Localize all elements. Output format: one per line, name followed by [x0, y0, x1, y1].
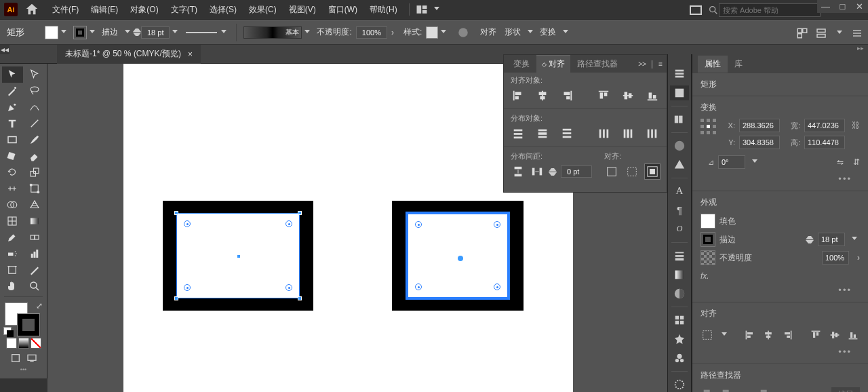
brush-preview[interactable]: 基本 [243, 26, 302, 39]
align-to-key-icon[interactable] [625, 164, 639, 179]
spacing-value[interactable]: 0 pt [561, 165, 592, 178]
menu-type[interactable]: 文字(T) [165, 0, 203, 20]
x-input[interactable] [739, 119, 780, 132]
hdist-right-icon[interactable] [645, 126, 660, 141]
expand-button[interactable]: 扩展 [831, 387, 860, 393]
vdist-top-icon[interactable] [511, 126, 526, 141]
dock-layers-icon[interactable] [670, 85, 689, 100]
corner-widget[interactable] [184, 220, 191, 227]
stroke-popup[interactable] [125, 30, 130, 35]
shape-builder-tool[interactable] [2, 197, 23, 213]
align-top-icon[interactable] [596, 88, 611, 103]
corner-widget[interactable] [285, 220, 292, 227]
line-tool[interactable] [24, 115, 45, 132]
menu-effect[interactable]: 效果(C) [243, 0, 283, 20]
spacing-stepper[interactable] [549, 165, 557, 178]
stroke-stepper[interactable] [806, 233, 814, 246]
hdist-center-icon[interactable] [620, 126, 635, 141]
mini-align-hcenter[interactable] [762, 328, 775, 342]
menu-select[interactable]: 选择(S) [203, 0, 243, 20]
opacity-popup[interactable]: › [857, 253, 860, 262]
left-dock-collapse[interactable]: ◂◂ [0, 45, 9, 54]
stroke-swatch[interactable] [73, 26, 87, 39]
appearance-more[interactable]: ••• [701, 283, 860, 296]
dock-para-icon[interactable]: ¶ [670, 203, 689, 218]
home-icon[interactable] [24, 2, 39, 17]
ctrl-shape-dd[interactable] [528, 30, 533, 35]
pf-exclude-icon[interactable] [757, 387, 772, 392]
tab-transform[interactable]: 变换 [508, 56, 535, 73]
corner-widget[interactable] [494, 221, 500, 228]
stroke-dropdown[interactable] [90, 30, 95, 35]
mesh-tool[interactable] [2, 213, 23, 229]
color-mode-none[interactable] [31, 338, 41, 349]
dock-transparency-icon[interactable] [670, 286, 689, 301]
tab-pathfinder[interactable]: 路径查找器 [572, 56, 623, 73]
recolor-icon[interactable] [457, 26, 469, 39]
dock-graphic-styles-icon[interactable] [670, 332, 689, 347]
arrange-dropdown[interactable] [434, 7, 439, 12]
menu-edit[interactable]: 编辑(E) [85, 0, 124, 20]
width-tool[interactable] [2, 180, 23, 197]
free-transform-tool[interactable] [24, 180, 45, 197]
rotate-tool[interactable] [2, 164, 23, 180]
angle-dd[interactable] [752, 159, 757, 165]
isolate-icon[interactable] [796, 27, 808, 39]
menu-window[interactable]: 窗口(W) [322, 0, 363, 20]
symbol-sprayer-tool[interactable] [2, 246, 23, 262]
align-bottom-icon[interactable] [645, 88, 660, 103]
rectangle-tool[interactable] [2, 132, 23, 148]
hdist-space-icon[interactable] [530, 164, 545, 179]
flip-v-icon[interactable]: ⇵ [853, 157, 860, 167]
opacity-input[interactable] [822, 251, 849, 264]
default-fillstroke-icon[interactable] [3, 327, 12, 335]
dock-color-icon[interactable] [670, 138, 689, 153]
dock-gradient-icon[interactable] [670, 267, 689, 282]
menu-view[interactable]: 视图(V) [283, 0, 322, 20]
mini-align-left[interactable] [743, 328, 756, 342]
vdist-space-icon[interactable] [511, 164, 526, 179]
align-to-dd[interactable] [722, 332, 727, 338]
selected-shape[interactable] [406, 212, 510, 300]
fill-stroke-proxy[interactable]: ⤢ [3, 301, 44, 335]
stroke-weight[interactable]: 18 pt [141, 26, 170, 39]
panel-expand[interactable]: >> [638, 60, 646, 68]
vdist-bottom-icon[interactable] [559, 126, 574, 141]
dock-properties-icon[interactable] [670, 66, 689, 81]
varwidth-dd[interactable] [221, 30, 226, 35]
tab-close-icon[interactable]: × [188, 50, 193, 59]
stroke-weight-dd[interactable] [172, 30, 178, 35]
resize-handle[interactable] [298, 296, 302, 300]
edit-contents-icon[interactable] [815, 27, 827, 39]
corner-widget[interactable] [285, 284, 292, 291]
menu-object[interactable]: 对象(O) [124, 0, 164, 20]
resize-handle[interactable] [174, 211, 178, 215]
tab-properties[interactable]: 属性 [698, 56, 728, 73]
mini-align-top[interactable] [810, 328, 823, 342]
hdist-left-icon[interactable] [596, 126, 611, 141]
reference-point[interactable] [701, 119, 713, 135]
resize-handle[interactable] [298, 211, 302, 215]
gradient-tool[interactable] [24, 213, 45, 229]
maximize-button[interactable]: □ [834, 0, 851, 13]
curvature-tool[interactable] [24, 99, 45, 115]
style-swatch[interactable] [426, 26, 438, 39]
tab-libraries[interactable]: 库 [728, 56, 749, 73]
style-dd[interactable] [441, 30, 446, 35]
varwidth-profile[interactable] [184, 28, 218, 37]
ctrl-transform-label[interactable]: 变换 [540, 26, 556, 38]
align-left-icon[interactable] [511, 88, 526, 103]
align-more[interactable]: ••• [701, 345, 860, 358]
opacity-swatch[interactable] [701, 250, 715, 265]
pen-tool[interactable] [2, 99, 23, 115]
w-input[interactable] [804, 119, 845, 132]
tab-align[interactable]: ◇ 对齐 [536, 55, 570, 73]
y-input[interactable] [739, 136, 780, 149]
lasso-tool[interactable] [24, 83, 45, 99]
blend-tool[interactable] [24, 229, 45, 246]
brush-dd[interactable] [304, 30, 310, 35]
fill-swatch[interactable] [701, 214, 715, 229]
graph-tool[interactable] [24, 246, 45, 262]
align-to-icon[interactable] [701, 328, 713, 342]
direct-selection-tool[interactable] [24, 66, 45, 83]
